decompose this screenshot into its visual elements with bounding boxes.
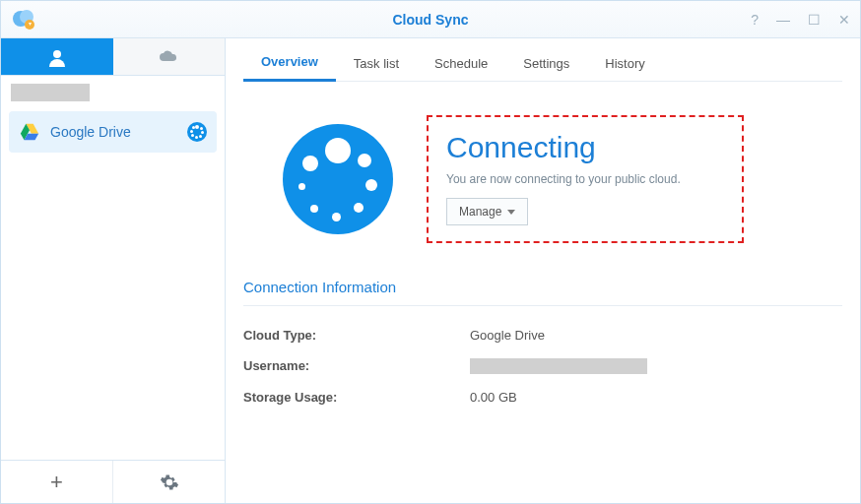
tab-tasklist[interactable]: Task list [336, 44, 417, 81]
info-row-cloud-type: Cloud Type: Google Drive [243, 320, 842, 350]
svg-point-3 [53, 50, 61, 58]
maximize-icon[interactable]: ☐ [808, 12, 821, 28]
sidebar-tab-accounts[interactable] [1, 38, 113, 76]
username-label: Username: [243, 358, 470, 374]
window-buttons: ? — ☐ ✕ [751, 12, 850, 28]
info-row-username: Username: [243, 350, 842, 382]
body: Google Drive + [1, 38, 860, 503]
settings-button[interactable] [112, 461, 225, 503]
section-title: Connection Information [243, 273, 842, 306]
cloud-type-label: Cloud Type: [243, 328, 470, 343]
sidebar-item-google-drive[interactable]: Google Drive [9, 111, 217, 153]
app-window: Cloud Sync ? — ☐ ✕ Google Driv [0, 0, 861, 504]
syncing-badge-icon [187, 122, 207, 142]
tab-settings[interactable]: Settings [505, 44, 587, 81]
connecting-spinner-icon [283, 124, 393, 234]
status-subtitle: You are now connecting to your public cl… [446, 172, 724, 186]
status-highlight: Connecting You are now connecting to you… [427, 115, 744, 243]
manage-button-label: Manage [459, 205, 501, 219]
google-drive-icon [19, 121, 40, 143]
info-row-storage: Storage Usage: 0.00 GB [243, 382, 842, 412]
chevron-down-icon [507, 210, 515, 215]
status-title: Connecting [446, 131, 724, 164]
tab-history[interactable]: History [587, 44, 662, 81]
username-value [470, 358, 647, 374]
add-button[interactable]: + [1, 461, 112, 503]
window-title: Cloud Sync [1, 12, 860, 28]
sidebar-tab-cloud[interactable] [113, 38, 226, 76]
redacted-value [470, 358, 647, 374]
status-row: Connecting You are now connecting to you… [243, 82, 842, 273]
titlebar: Cloud Sync ? — ☐ ✕ [1, 1, 860, 38]
help-icon[interactable]: ? [751, 12, 759, 28]
tab-schedule[interactable]: Schedule [417, 44, 505, 81]
sidebar-footer: + [1, 460, 225, 503]
main-tabs: Overview Task list Schedule Settings His… [243, 38, 842, 82]
sidebar: Google Drive + [1, 38, 226, 503]
sidebar-tabs [1, 38, 225, 76]
tab-overview[interactable]: Overview [243, 42, 336, 82]
connection-name: Google Drive [50, 124, 177, 140]
gear-icon [160, 472, 179, 492]
app-icon [11, 7, 36, 32]
manage-button[interactable]: Manage [446, 198, 528, 225]
redacted-label [11, 84, 90, 101]
storage-label: Storage Usage: [243, 390, 470, 405]
minimize-icon[interactable]: — [776, 12, 790, 28]
close-icon[interactable]: ✕ [838, 12, 850, 28]
main: Overview Task list Schedule Settings His… [226, 38, 860, 503]
storage-value: 0.00 GB [470, 390, 517, 405]
user-icon [47, 47, 67, 67]
cloud-type-value: Google Drive [470, 328, 545, 343]
cloud-icon [158, 47, 179, 67]
